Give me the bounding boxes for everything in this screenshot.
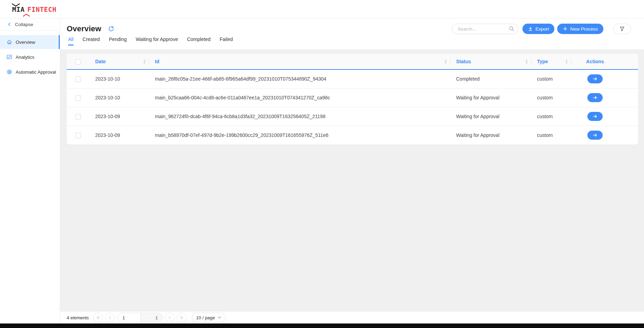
logo-mia: MIA (12, 6, 25, 13)
page-size-select[interactable]: 10 / page (192, 313, 226, 322)
row-checkbox[interactable] (75, 114, 81, 120)
collapse-label: Collapse (15, 22, 33, 27)
funnel-icon (619, 26, 625, 32)
row-open-button[interactable] (587, 93, 603, 102)
logo-chevron-up-icon (23, 14, 30, 17)
cell-date: 2023-10-10 (90, 69, 149, 88)
cell-status: Waiting for Approval (451, 126, 531, 145)
table-row: 2023-10-10 main_26f8c05a-21ee-466f-ab85-… (67, 69, 638, 88)
topbar: MIA FINTECH (0, 0, 644, 18)
chevron-right-icon (167, 315, 172, 320)
sidebar-menu: Overview Analytics Automatic Approval (0, 35, 60, 79)
table-row: 2023-10-09 main_b58970df-07ef-497d-9b2e-… (67, 126, 638, 145)
export-label: Export (535, 26, 549, 32)
current-page-input[interactable]: 1 (118, 313, 141, 322)
sidebar-item-automatic-approval[interactable]: Automatic Approval (0, 65, 60, 79)
cell-date: 2023-10-09 (90, 107, 149, 126)
tab-all[interactable]: All (68, 36, 74, 47)
total-pages-label: 1 (141, 313, 162, 322)
tab-created[interactable]: Created (83, 36, 100, 47)
new-process-button[interactable]: New Process (557, 24, 603, 34)
logo-chevron-down-icon (11, 3, 20, 7)
row-checkbox[interactable] (75, 76, 81, 82)
pagination-bar: 4 elements 1 1 10 / page (60, 312, 644, 323)
select-all-checkbox[interactable] (75, 59, 81, 65)
row-checkbox[interactable] (75, 95, 81, 101)
sort-icon (565, 59, 568, 64)
page-size-label: 10 / page (196, 315, 215, 320)
table-body: 2023-10-10 main_26f8c05a-21ee-466f-ab85-… (67, 69, 638, 145)
cell-type: custom (531, 126, 571, 145)
tab-pending[interactable]: Pending (109, 36, 126, 47)
chevron-down-icon (218, 316, 221, 319)
row-open-button[interactable] (587, 74, 603, 83)
logo: MIA FINTECH (12, 6, 56, 13)
cell-date: 2023-10-09 (90, 126, 149, 145)
logo-fintech: FINTECH (27, 6, 57, 13)
filter-button[interactable] (613, 24, 631, 34)
table-row: 2023-10-09 main_962724f0-dcab-4f6f-94ca-… (67, 107, 638, 126)
column-header-status[interactable]: Status (451, 54, 531, 69)
next-page-button[interactable] (165, 313, 174, 322)
search-input[interactable] (452, 24, 518, 34)
prev-page-button[interactable] (105, 313, 115, 322)
cell-status: Completed (451, 69, 531, 88)
sidebar-collapse-button[interactable]: Collapse (0, 18, 60, 31)
page-indicator: 1 1 (117, 313, 163, 322)
download-icon (528, 26, 533, 31)
column-header-id[interactable]: Id (149, 54, 451, 69)
bottom-black-bar (0, 323, 644, 328)
arrow-right-icon (592, 76, 598, 82)
cell-status: Waiting for Approval (451, 88, 531, 107)
cell-id: main_26f8c05a-21ee-466f-ab85-6f965a64df9… (149, 69, 451, 88)
double-chevron-right-icon (180, 315, 184, 320)
sidebar-item-label: Overview (16, 40, 35, 45)
chevron-left-icon (7, 22, 12, 27)
cell-type: custom (531, 88, 571, 107)
sidebar: Collapse Overview Analytics (0, 18, 60, 323)
arrow-right-icon (592, 95, 598, 100)
process-table: Date Id Status (67, 54, 638, 145)
tab-waiting-for-approve[interactable]: Waiting for Approve (136, 36, 178, 47)
main-header: Overview Export (60, 18, 644, 49)
page-title: Overview (67, 24, 101, 33)
row-open-button[interactable] (587, 131, 603, 140)
tab-completed[interactable]: Completed (187, 36, 210, 47)
process-table-card: Date Id Status (67, 54, 638, 145)
sort-icon (143, 59, 146, 64)
cell-date: 2023-10-10 (90, 88, 149, 107)
arrow-right-icon (592, 114, 598, 119)
cell-status: Waiting for Approval (451, 107, 531, 126)
cell-type: custom (531, 107, 571, 126)
last-page-button[interactable] (177, 313, 187, 322)
search-icon (509, 26, 514, 32)
row-checkbox[interactable] (75, 133, 81, 138)
tab-failed[interactable]: Failed (220, 36, 233, 47)
sort-icon (444, 59, 447, 64)
sidebar-item-analytics[interactable]: Analytics (0, 50, 60, 64)
export-button[interactable]: Export (522, 24, 554, 34)
sidebar-item-label: Analytics (16, 55, 34, 60)
logo-text: MIA FINTECH (12, 6, 56, 13)
content-area: Date Id Status (60, 49, 644, 312)
sidebar-item-overview[interactable]: Overview (0, 35, 60, 49)
main-area: Overview Export (60, 18, 644, 323)
sort-icon (525, 59, 528, 64)
table-row: 2023-10-10 main_b25caa66-004c-4cd8-ac6e-… (67, 88, 638, 107)
app-window: MIA FINTECH Collapse Overview (0, 0, 644, 328)
home-icon (7, 39, 12, 45)
refresh-button[interactable] (108, 26, 114, 32)
sidebar-item-label: Automatic Approval (16, 69, 56, 75)
column-header-date[interactable]: Date (90, 54, 149, 69)
gear-icon (7, 69, 12, 75)
new-process-label: New Process (570, 26, 598, 32)
cell-id: main_962724f0-dcab-4f6f-94ca-6cb8a1d3fa3… (149, 107, 451, 126)
first-page-button[interactable] (93, 313, 103, 322)
cell-type: custom (531, 69, 571, 88)
cell-id: main_b58970df-07ef-497d-9b2e-199b2600cc2… (149, 126, 451, 145)
chart-icon (7, 54, 12, 60)
column-header-type[interactable]: Type (531, 54, 571, 69)
row-open-button[interactable] (587, 112, 603, 121)
cell-id: main_b25caa66-004c-4cd8-ac6e-011a0487ee1… (149, 88, 451, 107)
plus-icon (563, 26, 568, 31)
